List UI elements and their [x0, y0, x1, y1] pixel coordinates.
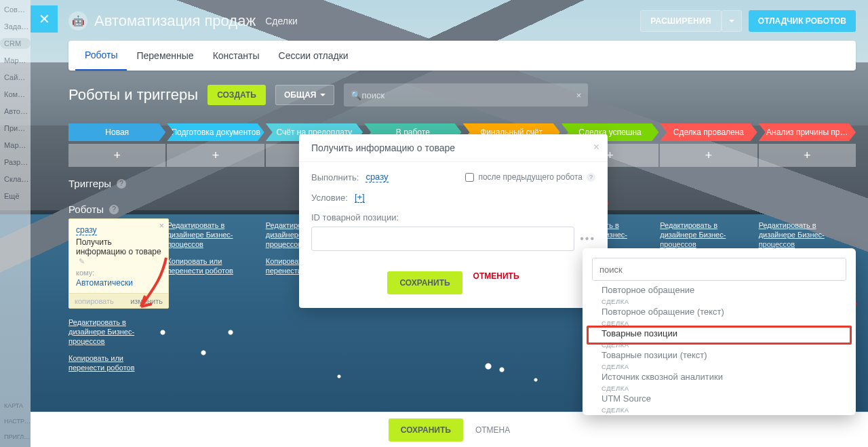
dropdown-group-label: СДЕЛКА [585, 318, 852, 327]
robots-heading: Роботы? [68, 203, 119, 215]
tabs-bar: Роботы Переменные Константы Сессии отлад… [68, 41, 856, 71]
stage-1[interactable]: Подготовка документов [167, 123, 264, 141]
robot-card[interactable]: ×сразуПолучить информацию о товаре ✎кому… [68, 218, 169, 309]
search-icon: 🔍 [351, 90, 361, 100]
footer-save-button[interactable]: СОХРАНИТЬ [389, 419, 463, 442]
dropdown-item[interactable]: Повторное обращение (текст) [585, 305, 852, 318]
dropdown-group-label: СДЕЛКА [585, 362, 852, 370]
modal-save-button[interactable]: Сохранить [387, 271, 462, 294]
leftbar-item[interactable]: При… [0, 123, 31, 134]
stage-column-0: ×сразуПолучить информацию о товаре ✎кому… [68, 218, 165, 406]
leftbar-footer[interactable]: НАСТР… [0, 416, 31, 426]
help-icon[interactable]: ? [117, 179, 126, 189]
leftbar-item[interactable]: Мар… [0, 55, 31, 66]
leftbar-item[interactable]: Сов… [0, 4, 31, 15]
dropdown-item[interactable]: UTM Source [585, 392, 852, 405]
robot-card-close-icon[interactable]: × [159, 220, 164, 231]
after-prev-label: после предыдущего робота [478, 172, 583, 182]
robot-card-auto[interactable]: Автоматически [76, 278, 161, 288]
create-button[interactable]: СОЗДАТЬ [208, 85, 266, 105]
extensions-button[interactable]: РАСШИРЕНИЯ [640, 10, 742, 32]
after-prev-checkbox-input[interactable] [465, 173, 474, 182]
product-id-label: ID товарной позиции: [311, 212, 399, 222]
modal-cancel-button[interactable]: Отменить [473, 271, 519, 294]
copy-robots-link[interactable]: Копировать или перенести роботов [167, 257, 257, 276]
left-sidebar: Сов… Зада… CRM Мар… Сай… Ком… Авто… При…… [0, 0, 31, 447]
stage-column-1: Редактировать в дизайнере Бизнес-процесс… [167, 218, 264, 406]
robot-card-edit[interactable]: изменить [130, 297, 163, 305]
condition-label: Условие: [311, 193, 348, 203]
run-value-link[interactable]: сразу [366, 172, 388, 182]
add-trigger-button[interactable]: + [660, 144, 757, 167]
modal-close-icon[interactable]: × [593, 141, 599, 153]
footer-cancel-button[interactable]: ОТМЕНА [475, 425, 510, 435]
robot-card-when[interactable]: сразу [76, 225, 97, 235]
leftbar-item[interactable]: Авто… [0, 106, 31, 117]
search-input[interactable] [361, 90, 576, 100]
tab-variables[interactable]: Переменные [127, 41, 203, 71]
dropdown-search[interactable] [592, 258, 846, 281]
chevron-down-icon [320, 90, 326, 100]
close-slider-button[interactable]: ✕ [31, 5, 58, 33]
slider-header: 🤖 Автоматизация продаж Сделки РАСШИРЕНИЯ… [31, 5, 868, 37]
extensions-label: РАСШИРЕНИЯ [640, 10, 722, 32]
leftbar-item[interactable]: Разр… [0, 157, 31, 168]
dropdown-item[interactable]: Повторное обращение [585, 286, 852, 296]
page-title: Автоматизация продаж [94, 12, 256, 30]
robot-card-copy[interactable]: копировать [75, 297, 114, 305]
dropdown-item[interactable]: Товарные позиции (текст) [585, 349, 852, 362]
after-prev-checkbox[interactable]: после предыдущего робота ? [465, 172, 595, 182]
leftbar-footer[interactable]: КАРТА [0, 401, 31, 410]
help-icon[interactable]: ? [109, 205, 119, 214]
dropdown-group-label: СДЕЛКА [585, 296, 852, 305]
dropdown-group-label: СДЕЛКА [585, 340, 852, 349]
product-id-input[interactable] [311, 227, 574, 251]
copy-robots-link[interactable]: Копировать или перенести роботов [68, 354, 159, 373]
leftbar-footer[interactable]: ПРИГЛ… [0, 432, 31, 442]
robot-app-icon: 🤖 [68, 12, 87, 31]
section-toolbar: Роботы и триггеры СОЗДАТЬ ОБЩАЯ 🔍 × [68, 83, 856, 107]
robot-card-meta: кому: [76, 269, 161, 277]
pipeline-select[interactable]: ОБЩАЯ [275, 85, 334, 105]
tab-debug-sessions[interactable]: Сессии отладки [269, 41, 358, 71]
dropdown-search-input[interactable] [599, 265, 839, 275]
clear-search-icon[interactable]: × [576, 90, 582, 100]
search-field[interactable]: 🔍 × [344, 83, 588, 106]
chevron-down-icon[interactable] [722, 10, 742, 32]
field-source-dropdown: Повторное обращениеСДЕЛКАПовторное обращ… [583, 248, 856, 415]
stage-7[interactable]: Анализ причины пр… [759, 123, 856, 141]
edit-bp-link[interactable]: Редактировать в дизайнере Бизнес-процесс… [68, 318, 159, 346]
leftbar-item-crm[interactable]: CRM [0, 38, 31, 49]
edit-bp-link[interactable]: Редактировать в дизайнере Бизнес-процесс… [167, 221, 257, 249]
leftbar-item[interactable]: Скла… [0, 174, 31, 184]
field-source-button[interactable]: ••• [580, 233, 595, 245]
dropdown-group-label: СДЕЛКА [585, 405, 852, 414]
robot-settings-modal: Получить информацию о товаре × Выполнить… [299, 134, 608, 308]
edit-bp-link[interactable]: Редактировать в дизайнере Бизнес-процесс… [759, 221, 849, 249]
leftbar-item[interactable]: Зада… [0, 21, 31, 32]
dropdown-list[interactable]: Повторное обращениеСДЕЛКАПовторное обращ… [583, 286, 853, 415]
stage-6[interactable]: Сделка провалена [660, 123, 757, 141]
breadcrumb[interactable]: Сделки [265, 16, 298, 26]
add-trigger-button[interactable]: + [759, 144, 856, 167]
stage-0[interactable]: Новая [68, 123, 165, 141]
add-trigger-button[interactable]: + [68, 144, 165, 167]
add-trigger-button[interactable]: + [167, 144, 264, 167]
tab-constants[interactable]: Константы [203, 41, 269, 71]
pipeline-select-label: ОБЩАЯ [284, 90, 316, 100]
footer-bar: СОХРАНИТЬ ОТМЕНА [31, 412, 868, 447]
edit-bp-link[interactable]: Редактировать в дизайнере Бизнес-процесс… [660, 221, 750, 249]
dropdown-item[interactable]: UTM Medium [585, 414, 852, 415]
pencil-icon[interactable]: ✎ [79, 257, 85, 265]
robot-card-name: Получить информацию о товаре ✎ [76, 237, 161, 266]
leftbar-item[interactable]: Ком… [0, 89, 31, 100]
dropdown-item[interactable]: Источник сквозной аналитики [585, 370, 852, 383]
tab-robots[interactable]: Роботы [75, 41, 127, 71]
condition-add-link[interactable]: [+] [355, 192, 365, 203]
help-icon[interactable]: ? [587, 173, 595, 182]
leftbar-item[interactable]: Сай… [0, 72, 31, 83]
robot-debugger-button[interactable]: ОТЛАДЧИК РОБОТОВ [749, 10, 856, 32]
leftbar-item-more[interactable]: Ещё [0, 191, 31, 201]
leftbar-item[interactable]: Мар… [0, 140, 31, 151]
dropdown-item[interactable]: Товарные позиции [585, 327, 852, 340]
